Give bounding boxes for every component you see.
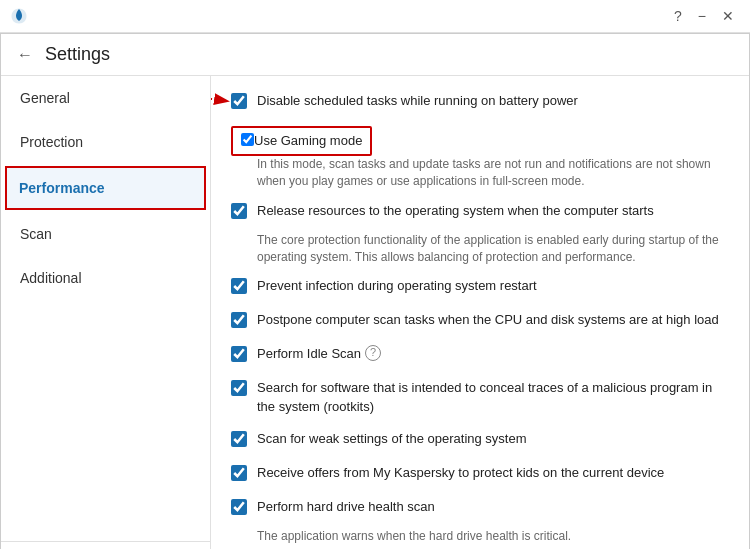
close-button[interactable]: ✕ xyxy=(716,6,740,26)
setting-kaspersky-kids: Receive offers from My Kaspersky to prot… xyxy=(231,464,729,484)
checkbox-hard-drive-health[interactable] xyxy=(231,499,247,515)
label-prevent-infection: Prevent infection during operating syste… xyxy=(257,277,537,295)
sidebar-item-scan[interactable]: Scan xyxy=(1,212,210,256)
checkbox-kaspersky-kids[interactable] xyxy=(231,465,247,481)
checkbox-prevent-infection[interactable] xyxy=(231,278,247,294)
label-hard-drive-health: Perform hard drive health scan xyxy=(257,498,435,516)
label-postpone-scan: Postpone computer scan tasks when the CP… xyxy=(257,311,719,329)
setting-idle-scan: Perform Idle Scan ? xyxy=(231,345,729,365)
setting-hard-drive-health: Perform hard drive health scan xyxy=(231,498,729,518)
setting-weak-settings: Scan for weak settings of the operating … xyxy=(231,430,729,450)
label-rootkits: Search for software that is intended to … xyxy=(257,379,729,415)
title-bar: ? − ✕ xyxy=(0,0,750,33)
sidebar-item-performance[interactable]: Performance xyxy=(5,166,206,210)
label-idle-scan: Perform Idle Scan xyxy=(257,345,361,363)
label-disable-scheduled: Disable scheduled tasks while running on… xyxy=(257,92,578,110)
label-kaspersky-kids: Receive offers from My Kaspersky to prot… xyxy=(257,464,664,482)
app-logo-icon xyxy=(10,7,28,25)
label-gaming-mode: Use Gaming mode xyxy=(254,132,362,150)
sidebar-nav: General Protection Performance Scan Addi… xyxy=(1,76,210,300)
setting-prevent-infection: Prevent infection during operating syste… xyxy=(231,277,729,297)
label-release-resources: Release resources to the operating syste… xyxy=(257,202,654,220)
label-weak-settings: Scan for weak settings of the operating … xyxy=(257,430,527,448)
desc-release-resources: The core protection functionality of the… xyxy=(257,232,729,266)
title-bar-controls: ? − ✕ xyxy=(668,6,740,26)
title-bar-left xyxy=(10,7,28,25)
settings-window: ← Settings General Protection Performanc… xyxy=(0,33,750,549)
checkbox-release-resources[interactable] xyxy=(231,203,247,219)
minimize-button[interactable]: − xyxy=(692,6,712,26)
content-area: General Protection Performance Scan Addi… xyxy=(1,76,749,549)
checkbox-idle-scan[interactable] xyxy=(231,346,247,362)
help-button[interactable]: ? xyxy=(668,6,688,26)
sidebar-item-general[interactable]: General xyxy=(1,76,210,120)
setting-release-resources: Release resources to the operating syste… xyxy=(231,202,729,222)
setting-disable-scheduled: Disable scheduled tasks while running on… xyxy=(231,92,729,112)
desc-hard-drive-health: The application warns when the hard driv… xyxy=(257,528,729,545)
checkbox-rootkits[interactable] xyxy=(231,380,247,396)
idle-scan-info-icon[interactable]: ? xyxy=(365,345,381,361)
checkbox-disable-scheduled[interactable] xyxy=(231,93,247,109)
checkbox-weak-settings[interactable] xyxy=(231,431,247,447)
setting-rootkits: Search for software that is intended to … xyxy=(231,379,729,415)
checkbox-gaming-mode[interactable] xyxy=(241,133,254,146)
setting-postpone-scan: Postpone computer scan tasks when the CP… xyxy=(231,311,729,331)
gaming-mode-highlight: Use Gaming mode xyxy=(231,126,372,156)
sidebar: General Protection Performance Scan Addi… xyxy=(1,76,211,549)
checkbox-postpone-scan[interactable] xyxy=(231,312,247,328)
desc-gaming-mode: In this mode, scan tasks and update task… xyxy=(257,156,729,190)
settings-panel: Disable scheduled tasks while running on… xyxy=(211,76,749,549)
settings-title: Settings xyxy=(45,44,110,65)
sidebar-item-protection[interactable]: Protection xyxy=(1,120,210,164)
header: ← Settings xyxy=(1,34,749,76)
gaming-mode-section: Use Gaming mode In this mode, scan tasks… xyxy=(231,126,729,190)
back-button[interactable]: ← xyxy=(17,46,33,64)
sidebar-item-additional[interactable]: Additional xyxy=(1,256,210,300)
sidebar-footer: ⚙ ☺ xyxy=(1,541,210,549)
